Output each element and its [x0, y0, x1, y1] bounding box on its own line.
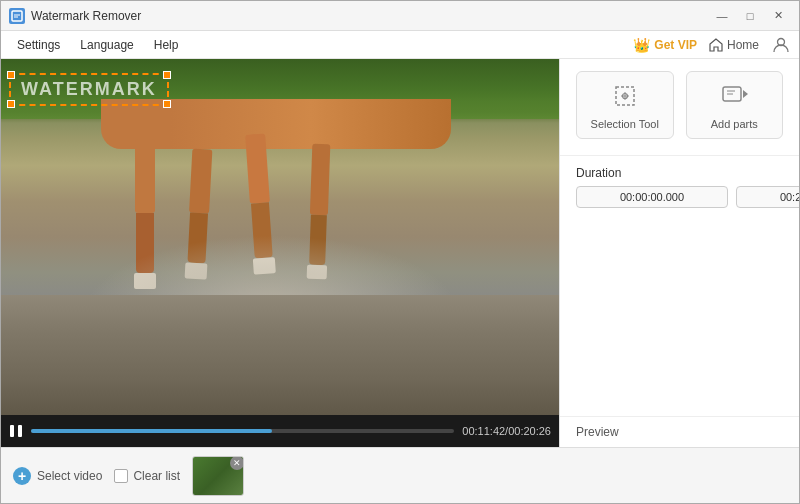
svg-rect-0	[12, 11, 22, 21]
title-bar-left: Watermark Remover	[9, 8, 141, 24]
clear-list-label: Clear list	[133, 469, 180, 483]
resize-handle-tr[interactable]	[163, 71, 171, 79]
menu-right: 👑 Get VIP Home	[633, 35, 791, 55]
vip-label: Get VIP	[654, 38, 697, 52]
preview-section: Preview	[560, 416, 799, 447]
add-circle-icon: +	[13, 467, 31, 485]
video-panel: WATERMARK	[1, 59, 559, 447]
progress-fill	[31, 429, 272, 433]
duration-end-input[interactable]	[736, 186, 799, 208]
maximize-button[interactable]: □	[737, 6, 763, 26]
minimize-button[interactable]: —	[709, 6, 735, 26]
resize-handle-tl[interactable]	[7, 71, 15, 79]
svg-marker-10	[743, 90, 748, 98]
clear-list-button[interactable]: Clear list	[114, 469, 180, 483]
main-content: WATERMARK	[1, 59, 799, 447]
menu-settings[interactable]: Settings	[9, 34, 68, 56]
checkbox-icon	[114, 469, 128, 483]
selection-tool-label: Selection Tool	[591, 118, 659, 130]
vip-button[interactable]: 👑 Get VIP	[633, 37, 697, 53]
title-bar: Watermark Remover — □ ✕	[1, 1, 799, 31]
watermark-text: WATERMARK	[21, 79, 157, 99]
watermark-selection-box[interactable]: WATERMARK	[9, 73, 169, 106]
window-controls: — □ ✕	[709, 6, 791, 26]
tools-row: Selection Tool Add parts	[576, 71, 783, 139]
bottom-bar: + Select video Clear list ✕	[1, 447, 799, 503]
menu-language[interactable]: Language	[72, 34, 141, 56]
app-icon	[9, 8, 25, 24]
menu-bar: Settings Language Help 👑 Get VIP Home	[1, 31, 799, 59]
svg-rect-5	[18, 425, 22, 437]
add-parts-icon	[718, 80, 750, 112]
ground	[1, 295, 559, 415]
duration-start-input[interactable]	[576, 186, 728, 208]
home-label: Home	[727, 38, 759, 52]
user-icon-button[interactable]	[771, 35, 791, 55]
add-parts-label: Add parts	[711, 118, 758, 130]
duration-row	[576, 186, 783, 208]
video-controls: 00:11:42/00:20:26	[1, 415, 559, 447]
add-parts-button[interactable]: Add parts	[686, 71, 784, 139]
home-button[interactable]: Home	[709, 38, 759, 52]
crown-icon: 👑	[633, 37, 650, 53]
video-thumbnail[interactable]: ✕	[192, 456, 244, 496]
tools-section: Selection Tool Add parts	[560, 59, 799, 156]
preview-label: Preview	[576, 425, 619, 439]
select-video-label: Select video	[37, 469, 102, 483]
resize-handle-bl[interactable]	[7, 100, 15, 108]
thumbnail-close-button[interactable]: ✕	[230, 456, 244, 470]
video-area[interactable]: WATERMARK	[1, 59, 559, 415]
duration-label: Duration	[576, 166, 783, 180]
window-title: Watermark Remover	[31, 9, 141, 23]
resize-handle-br[interactable]	[163, 100, 171, 108]
select-video-button[interactable]: + Select video	[13, 467, 102, 485]
home-icon	[709, 38, 723, 52]
menu-help[interactable]: Help	[146, 34, 187, 56]
play-pause-button[interactable]	[9, 424, 23, 438]
right-panel: Selection Tool Add parts	[559, 59, 799, 447]
time-display: 00:11:42/00:20:26	[462, 425, 551, 437]
selection-tool-button[interactable]: Selection Tool	[576, 71, 674, 139]
close-button[interactable]: ✕	[765, 6, 791, 26]
menu-left: Settings Language Help	[9, 34, 186, 56]
svg-rect-4	[10, 425, 14, 437]
video-scene: WATERMARK	[1, 59, 559, 415]
selection-tool-icon	[609, 80, 641, 112]
duration-section: Duration	[560, 156, 799, 218]
progress-bar[interactable]	[31, 429, 454, 433]
main-window: Watermark Remover — □ ✕ Settings Languag…	[0, 0, 800, 504]
